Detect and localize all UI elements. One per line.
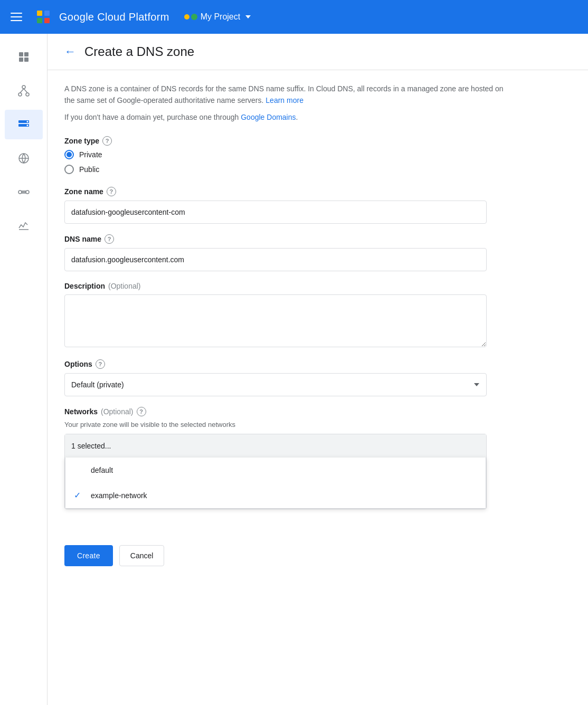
description-text: A DNS zone is a container of DNS records… (64, 83, 506, 107)
svg-point-15 (26, 121, 28, 122)
networks-selected-label: 1 selected... (71, 442, 111, 450)
svg-rect-4 (19, 52, 23, 56)
options-group: Options ? Default (private) (64, 359, 506, 396)
zone-type-group: Zone type ? Private Public (64, 136, 506, 174)
sidebar-item-monitoring[interactable] (5, 211, 43, 241)
learn-more-link[interactable]: Learn more (265, 96, 304, 104)
description-textarea[interactable] (64, 294, 487, 347)
svg-point-20 (26, 190, 29, 194)
top-nav: Google Cloud Platform My Project (0, 0, 588, 34)
zone-type-label: Zone type ? (64, 136, 506, 146)
monitoring-icon (17, 220, 30, 232)
nav-brand: Google Cloud Platform (33, 6, 169, 27)
networks-dropdown-container: 1 selected... default ✓ example-network (64, 434, 487, 509)
zone-type-help[interactable]: ? (102, 136, 112, 146)
svg-rect-0 (37, 11, 42, 16)
main-content: ← Create a DNS zone A DNS zone is a cont… (48, 34, 588, 705)
radio-private[interactable]: Private (64, 150, 506, 159)
svg-point-9 (18, 93, 22, 96)
networks-dropdown-open: default ✓ example-network (65, 458, 486, 509)
sidebar (0, 34, 48, 705)
gcp-logo (33, 6, 54, 27)
svg-point-19 (18, 190, 22, 194)
svg-rect-1 (44, 11, 50, 16)
zone-name-group: Zone name ? (64, 187, 506, 224)
networks-help[interactable]: ? (137, 407, 146, 416)
main-layout: ← Create a DNS zone A DNS zone is a cont… (0, 34, 588, 705)
page-header: ← Create a DNS zone (48, 34, 588, 70)
sidebar-item-dns[interactable] (5, 110, 43, 139)
dashboard-icon (17, 51, 30, 63)
svg-line-11 (20, 89, 24, 93)
options-select-wrapper: Default (private) (64, 373, 487, 396)
svg-line-12 (24, 89, 27, 93)
network-icon (17, 84, 30, 97)
svg-rect-5 (24, 52, 29, 56)
svg-rect-3 (44, 18, 50, 23)
sidebar-item-dashboard[interactable] (5, 42, 43, 72)
zone-name-label: Zone name ? (64, 187, 506, 196)
networks-note: Your private zone will be visible to the… (64, 421, 506, 428)
page-title: Create a DNS zone (84, 44, 194, 59)
google-domains-link[interactable]: Google Domains (241, 113, 296, 121)
description-field-label: Description (Optional) (64, 282, 506, 290)
zone-name-input[interactable] (64, 201, 487, 224)
dns-name-label: DNS name ? (64, 234, 506, 244)
zone-name-help[interactable]: ? (107, 187, 116, 196)
create-button[interactable]: Create (64, 545, 113, 566)
svg-point-10 (26, 93, 29, 96)
project-selector[interactable]: My Project (184, 12, 251, 22)
domain-text: If you don't have a domain yet, purchase… (64, 113, 506, 121)
radio-public[interactable]: Public (64, 165, 506, 174)
network-option-default[interactable]: default (65, 458, 486, 483)
network-option-example[interactable]: ✓ example-network (65, 483, 486, 508)
cancel-button[interactable]: Cancel (119, 545, 165, 566)
sidebar-item-interconnect[interactable] (5, 177, 43, 207)
networks-label: Networks (Optional) ? (64, 407, 506, 416)
svg-rect-6 (19, 58, 23, 62)
radio-public-label: Public (79, 165, 99, 174)
options-help[interactable]: ? (96, 359, 105, 369)
radio-private-circle (64, 150, 74, 159)
dns-name-input[interactable] (64, 248, 487, 271)
routing-icon (17, 152, 30, 165)
svg-rect-2 (37, 18, 42, 23)
example-network-checkmark: ✓ (74, 490, 84, 500)
form-area: A DNS zone is a container of DNS records… (48, 70, 523, 532)
interconnect-icon (17, 186, 30, 198)
networks-dropdown-trigger[interactable]: 1 selected... (65, 434, 486, 458)
action-bar: Create Cancel (48, 537, 588, 575)
hamburger-menu[interactable] (8, 11, 24, 23)
back-button[interactable]: ← (64, 46, 76, 58)
svg-rect-7 (24, 58, 29, 62)
dns-name-group: DNS name ? (64, 234, 506, 271)
project-icon (184, 14, 197, 20)
dns-icon (17, 118, 30, 131)
project-label: My Project (201, 12, 241, 22)
svg-point-8 (22, 85, 25, 89)
radio-private-label: Private (79, 150, 102, 159)
network-example-label: example-network (91, 491, 147, 500)
options-select[interactable]: Default (private) (64, 373, 487, 396)
project-dropdown-arrow (245, 15, 251, 18)
network-default-label: default (91, 466, 113, 474)
sidebar-item-routing[interactable] (5, 144, 43, 173)
sidebar-item-network[interactable] (5, 76, 43, 106)
options-label: Options ? (64, 359, 506, 369)
svg-point-16 (26, 125, 28, 126)
brand-title: Google Cloud Platform (59, 11, 169, 23)
description-field-group: Description (Optional) (64, 282, 506, 349)
radio-public-circle (64, 165, 74, 174)
dns-name-help[interactable]: ? (105, 234, 114, 244)
networks-group: Networks (Optional) ? Your private zone … (64, 407, 506, 509)
zone-type-radio-group: Private Public (64, 150, 506, 174)
